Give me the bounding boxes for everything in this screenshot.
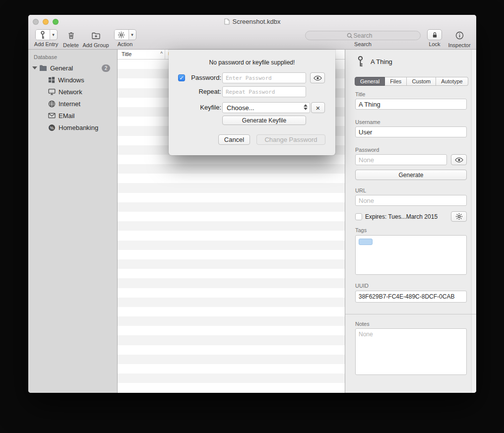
- delete-label: Delete: [63, 42, 79, 48]
- password-field[interactable]: [355, 154, 447, 165]
- table-row[interactable]: [118, 307, 345, 316]
- dialog-password-label: Password:: [186, 72, 221, 83]
- lock-label: Lock: [429, 41, 440, 47]
- add-entry-button[interactable]: ▾ Add Entry: [33, 29, 60, 47]
- globe-icon: [48, 100, 56, 108]
- column-title-label: Title: [122, 51, 131, 59]
- notes-field[interactable]: [355, 328, 467, 375]
- keyfile-dropdown[interactable]: Choose...: [222, 102, 310, 113]
- url-field[interactable]: [355, 195, 467, 206]
- sidebar-item-label: Windows: [58, 76, 84, 84]
- add-entry-dropdown-arrow[interactable]: ▾: [50, 30, 57, 40]
- inspector-button[interactable]: Inspector: [445, 29, 474, 48]
- dialog-repeat-input[interactable]: [222, 86, 306, 97]
- expires-checkbox[interactable]: [355, 213, 362, 220]
- dialog-reveal-password-button[interactable]: [310, 72, 325, 83]
- tab-general[interactable]: General: [355, 77, 385, 86]
- tab-files[interactable]: Files: [385, 77, 407, 86]
- document-icon: [224, 18, 230, 25]
- table-row[interactable]: [118, 164, 345, 174]
- sidebar-item-label: General: [50, 64, 73, 72]
- sidebar-item-email[interactable]: EMail: [28, 110, 117, 122]
- reveal-password-button[interactable]: [451, 154, 467, 165]
- inspector-panel: A Thing GeneralFilesCustomAutotype Title…: [345, 50, 476, 393]
- table-row[interactable]: [118, 278, 345, 288]
- sidebar-item-network[interactable]: Network: [28, 86, 117, 98]
- username-label: Username: [355, 119, 380, 125]
- table-row[interactable]: [118, 155, 345, 164]
- cancel-button[interactable]: Cancel: [218, 134, 250, 145]
- table-row[interactable]: [118, 335, 345, 345]
- table-row[interactable]: [118, 269, 345, 278]
- trash-icon: [67, 31, 75, 40]
- tab-custom[interactable]: Custom: [407, 77, 436, 86]
- table-row[interactable]: [118, 183, 345, 192]
- table-row[interactable]: [118, 298, 345, 307]
- sidebar-item-windows[interactable]: Windows: [28, 74, 117, 86]
- password-dialog: No password or keyfile supplied! ✓ Passw…: [169, 50, 335, 155]
- table-row[interactable]: [118, 373, 345, 383]
- table-row[interactable]: [118, 250, 345, 259]
- table-row[interactable]: [118, 221, 345, 231]
- generate-keyfile-button[interactable]: Generate Keyfile: [222, 116, 306, 125]
- table-row[interactable]: [118, 326, 345, 335]
- sidebar-item-internet[interactable]: Internet: [28, 98, 117, 110]
- table-row[interactable]: [118, 288, 345, 298]
- table-row[interactable]: [118, 316, 345, 326]
- dialog-password-input[interactable]: [222, 72, 306, 83]
- generate-password-button[interactable]: Generate: [355, 170, 467, 180]
- table-row[interactable]: [118, 212, 345, 221]
- uuid-field[interactable]: [355, 291, 467, 303]
- add-group-button[interactable]: Add Group: [81, 29, 111, 48]
- password-checkbox[interactable]: ✓: [178, 74, 185, 81]
- tags-field[interactable]: [355, 235, 467, 275]
- sidebar-item-homebanking[interactable]: %Homebanking: [28, 122, 117, 133]
- table-row[interactable]: [118, 345, 345, 355]
- info-icon: [455, 31, 464, 40]
- action-label: Action: [118, 41, 133, 47]
- username-field[interactable]: [355, 126, 467, 137]
- table-row[interactable]: [118, 241, 345, 250]
- disclosure-triangle-icon[interactable]: [32, 66, 37, 69]
- lock-button[interactable]: Lock: [426, 29, 443, 47]
- table-row[interactable]: [118, 193, 345, 202]
- table-row[interactable]: [118, 202, 345, 212]
- table-row[interactable]: [118, 259, 345, 269]
- expires-settings-button[interactable]: [451, 211, 467, 222]
- table-row[interactable]: [118, 383, 345, 392]
- uuid-label: UUID: [355, 283, 369, 289]
- action-button[interactable]: ▾ Action: [113, 29, 137, 47]
- column-header-title[interactable]: Title ^: [118, 50, 165, 59]
- table-row[interactable]: [118, 174, 345, 183]
- titlebar[interactable]: Screenshot.kdbx: [28, 15, 476, 28]
- expires-label: Expires: Tues...March 2015: [365, 213, 438, 220]
- notes-label: Notes: [355, 321, 370, 327]
- gear-icon: [118, 31, 125, 39]
- key-icon: [356, 56, 365, 67]
- table-row[interactable]: [118, 355, 345, 364]
- clear-keyfile-button[interactable]: ×: [311, 102, 325, 113]
- window-title: Screenshot.kdbx: [233, 18, 281, 25]
- inspector-scrollbar[interactable]: [471, 50, 476, 393]
- search-label: Search: [354, 41, 372, 47]
- sidebar-header: Database: [28, 50, 117, 62]
- change-password-button[interactable]: Change Password: [256, 134, 325, 145]
- gear-icon: [455, 213, 463, 220]
- tab-autotype[interactable]: Autotype: [436, 77, 468, 86]
- inspector-tabs: GeneralFilesCustomAutotype: [355, 77, 468, 86]
- sidebar-item-label: Network: [59, 88, 82, 96]
- search-field[interactable]: [305, 31, 421, 40]
- sidebar-item-general[interactable]: General2: [28, 62, 117, 74]
- email-icon: [48, 113, 56, 119]
- table-row[interactable]: [118, 364, 345, 373]
- search-area: Search: [305, 29, 421, 47]
- title-field[interactable]: [355, 99, 467, 110]
- action-dropdown-arrow[interactable]: ▾: [128, 30, 136, 40]
- table-row[interactable]: [118, 231, 345, 240]
- key-icon: [39, 31, 46, 39]
- add-entry-label: Add Entry: [34, 41, 58, 47]
- tags-label: Tags: [355, 227, 367, 233]
- search-input[interactable]: [306, 31, 420, 40]
- delete-button[interactable]: Delete: [62, 29, 80, 48]
- tag-chip[interactable]: [359, 239, 373, 245]
